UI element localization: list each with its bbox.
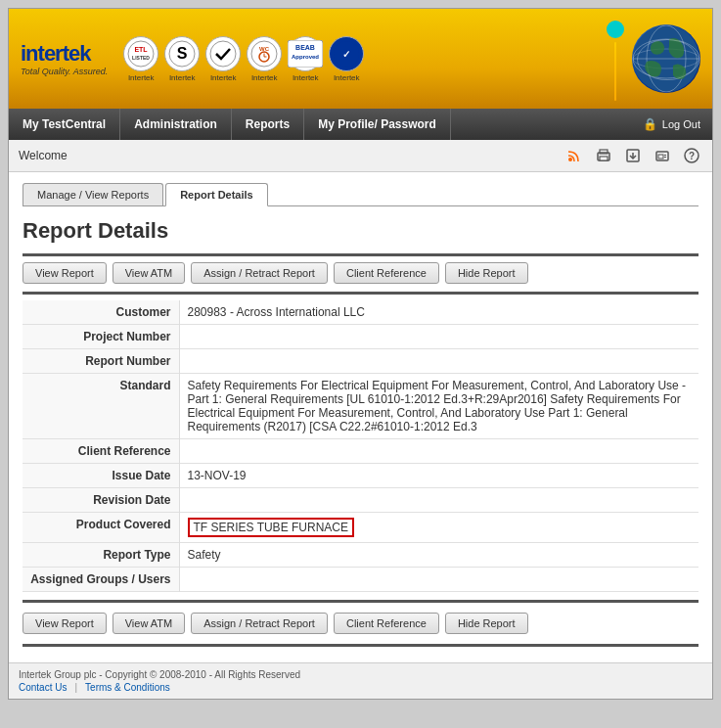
value-report-number	[179, 349, 698, 374]
cert-label-clock: Intertek	[251, 73, 278, 82]
cert-clock: WC Intertek	[247, 36, 282, 82]
toolbar-icons: ?	[563, 145, 702, 166]
tabs: Manage / View Reports Report Details	[23, 182, 698, 206]
cert-label-etl: Intertek	[128, 73, 155, 82]
divider-bottom	[23, 600, 698, 603]
table-row: Product Covered TF SERIES TUBE FURNACE	[23, 513, 698, 543]
divider-mid	[23, 292, 698, 295]
label-report-number: Report Number	[23, 349, 179, 374]
svg-point-17	[633, 39, 699, 78]
link-separator: |	[74, 682, 77, 693]
client-reference-button-top[interactable]: Client Reference	[334, 262, 439, 284]
svg-rect-24	[600, 157, 608, 160]
nav-item-testcentral[interactable]: My TestCentral	[9, 109, 120, 140]
value-revision-date	[179, 488, 698, 513]
label-report-type: Report Type	[23, 543, 179, 568]
svg-point-0	[128, 41, 154, 67]
navbar: My TestCentral Administration Reports My…	[9, 109, 712, 140]
bottom-bar: Intertek Group plc - Copyright © 2008-20…	[9, 662, 712, 699]
cert-badge-clock: WC	[247, 36, 282, 71]
divider-top	[23, 253, 698, 256]
terms-link[interactable]: Terms & Conditions	[85, 682, 170, 693]
view-atm-button-bottom[interactable]: View ATM	[113, 613, 186, 634]
data-table: Customer 280983 - Across International L…	[23, 300, 698, 592]
label-customer: Customer	[23, 300, 179, 325]
table-row: Assigned Groups / Users	[23, 568, 698, 592]
svg-text:S: S	[177, 45, 188, 62]
label-client-reference: Client Reference	[23, 439, 179, 464]
cert-label-blue: Intertek	[334, 73, 360, 82]
tab-report-details[interactable]: Report Details	[165, 183, 268, 206]
nav-item-reports[interactable]: Reports	[232, 109, 304, 140]
logo: intertek	[21, 41, 108, 67]
cert-badge-s: S	[164, 36, 200, 71]
cert-badge-check	[205, 36, 241, 71]
view-report-button-bottom[interactable]: View Report	[23, 613, 107, 634]
cert-badge-blue: ✓	[329, 36, 364, 71]
logout-button[interactable]: 🔒 Log Out	[631, 109, 712, 140]
value-issue-date: 13-NOV-19	[179, 464, 698, 488]
cert-badge-etl: ETLLISTED	[123, 36, 158, 71]
hide-report-button-bottom[interactable]: Hide Report	[445, 613, 528, 634]
svg-text:LISTED: LISTED	[132, 55, 150, 61]
logo-tagline: Total Quality. Assured.	[21, 67, 108, 76]
svg-point-21	[568, 158, 572, 161]
cert-etl: ETLLISTED Intertek	[123, 36, 158, 82]
main-container: intertek Total Quality. Assured. ETLLIST…	[8, 8, 713, 700]
table-row: Standard Safety Requirements For Electri…	[23, 374, 698, 439]
assign-retract-button-bottom[interactable]: Assign / Retract Report	[191, 613, 328, 634]
table-row: Customer 280983 - Across International L…	[23, 300, 698, 325]
bottom-links: Contact Us | Terms & Conditions	[19, 682, 702, 693]
product-covered-highlight: TF SERIES TUBE FURNACE	[188, 518, 354, 537]
value-project-number	[179, 325, 698, 349]
export-icon[interactable]	[622, 145, 644, 166]
table-row: Report Number	[23, 349, 698, 374]
svg-rect-29	[664, 155, 666, 156]
fax-icon[interactable]	[652, 145, 673, 166]
help-icon[interactable]: ?	[681, 145, 702, 166]
teal-dot	[607, 21, 624, 38]
value-customer: 280983 - Across International LLC	[179, 300, 698, 325]
cert-label-s: Intertek	[169, 73, 196, 82]
yellow-line	[614, 42, 616, 101]
assign-retract-button-top[interactable]: Assign / Retract Report	[191, 262, 328, 284]
value-product-covered: TF SERIES TUBE FURNACE	[179, 513, 698, 543]
value-client-reference	[179, 439, 698, 464]
svg-rect-28	[658, 155, 663, 159]
table-row: Project Number	[23, 325, 698, 349]
nav-item-profile[interactable]: My Profile/ Password	[304, 109, 451, 140]
svg-point-20	[633, 49, 699, 68]
svg-point-5	[210, 41, 236, 67]
svg-text:ETL: ETL	[135, 46, 149, 53]
svg-text:WC: WC	[259, 46, 270, 52]
cert-label-check: Intertek	[210, 73, 237, 82]
globe-icon	[632, 24, 700, 93]
svg-rect-30	[664, 157, 666, 158]
divider-final	[23, 644, 698, 647]
client-reference-button-bottom[interactable]: Client Reference	[334, 613, 439, 634]
view-report-button-top[interactable]: View Report	[23, 262, 107, 284]
svg-text:✓: ✓	[342, 49, 350, 60]
svg-text:Approved: Approved	[292, 54, 319, 60]
content-area: Manage / View Reports Report Details Rep…	[9, 172, 712, 662]
label-standard: Standard	[23, 374, 179, 439]
table-row: Client Reference	[23, 439, 698, 464]
contact-us-link[interactable]: Contact Us	[19, 682, 67, 693]
welcome-text: Welcome	[19, 149, 68, 162]
label-revision-date: Revision Date	[23, 488, 179, 513]
tab-manage-view-reports[interactable]: Manage / View Reports	[23, 183, 163, 205]
copyright-text: Intertek Group plc - Copyright © 2008-20…	[19, 669, 702, 680]
cert-badge-beab: BEABApproved	[288, 36, 323, 71]
cert-label-beab: Intertek	[293, 73, 319, 82]
print-icon[interactable]	[593, 145, 614, 166]
view-atm-button-top[interactable]: View ATM	[113, 262, 186, 284]
cert-blue: ✓ Intertek	[329, 36, 364, 82]
table-row: Report Type Safety	[23, 543, 698, 568]
logout-label: Log Out	[662, 118, 700, 130]
rss-icon[interactable]	[563, 145, 585, 166]
hide-report-button-top[interactable]: Hide Report	[445, 262, 528, 284]
nav-item-administration[interactable]: Administration	[120, 109, 232, 140]
label-issue-date: Issue Date	[23, 464, 179, 488]
svg-text:?: ?	[689, 151, 695, 161]
header: intertek Total Quality. Assured. ETLLIST…	[9, 9, 712, 109]
